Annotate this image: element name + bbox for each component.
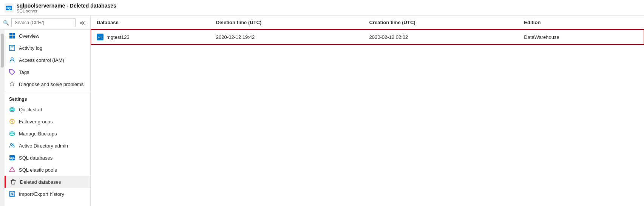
sidebar-item-manage-backups[interactable]: Manage Backups (5, 128, 90, 140)
active-directory-icon (9, 143, 15, 149)
sidebar-scrollbar[interactable] (0, 30, 5, 206)
activity-log-icon (9, 45, 15, 51)
sidebar-item-access-control-label: Access control (IAM) (19, 57, 64, 63)
sidebar-nav: Overview Activity log Access control (IA… (5, 30, 90, 206)
import-export-icon: ⇅ (9, 191, 15, 197)
sidebar-item-tags[interactable]: Tags (5, 66, 90, 78)
sidebar-item-activity-log-label: Activity log (19, 45, 42, 51)
svg-point-19 (11, 144, 12, 146)
sidebar-item-deleted-databases[interactable]: Deleted databases (5, 176, 90, 188)
sidebar-item-overview[interactable]: Overview (5, 30, 90, 42)
svg-point-12 (11, 71, 11, 71)
column-header-edition: Edition (518, 16, 644, 29)
cell-edition: DataWarehouse (518, 29, 644, 45)
sidebar-item-import-export-label: Import/Export history (19, 191, 64, 197)
cell-creation-time: 2020-02-12 02:02 (363, 29, 518, 45)
sidebar-item-sql-databases-label: SQL databases (19, 155, 53, 161)
search-bar: 🔍 ≪ (0, 16, 90, 30)
manage-backups-icon (9, 131, 15, 137)
sidebar-item-quick-start-label: Quick start (19, 107, 42, 112)
page-title: sqlpoolservername - Deleted databases (17, 3, 116, 9)
svg-point-11 (11, 58, 13, 60)
sidebar-item-diagnose[interactable]: Diagnose and solve problems (5, 78, 90, 90)
app-icon: SQL (5, 3, 14, 12)
table-row[interactable]: sql mgtest123 2020-02-12 19:42 2020-02-1… (91, 29, 644, 45)
svg-rect-5 (9, 36, 12, 38)
access-control-icon (9, 57, 15, 63)
cell-database: sql mgtest123 (91, 29, 210, 45)
sidebar-item-tags-label: Tags (19, 69, 29, 75)
sql-elastic-pools-icon (9, 167, 15, 173)
sidebar-item-manage-backups-label: Manage Backups (19, 131, 57, 137)
column-header-deletion-time: Deletion time (UTC) (210, 16, 363, 29)
sidebar: 🔍 ≪ Overview (0, 16, 91, 206)
sidebar-item-import-export[interactable]: ⇅ Import/Export history (5, 188, 90, 200)
column-header-database: Database (91, 16, 210, 29)
column-header-creation-time: Creation time (UTC) (363, 16, 518, 29)
sidebar-item-sql-elastic-pools-label: SQL elastic pools (19, 167, 57, 173)
sidebar-item-active-directory-label: Active Directory admin (19, 143, 68, 149)
diagnose-icon (9, 81, 15, 87)
collapse-sidebar-button[interactable]: ≪ (78, 18, 87, 27)
search-icon: 🔍 (3, 20, 9, 26)
cell-deletion-time: 2020-02-12 19:42 (210, 29, 363, 45)
quick-start-icon (9, 106, 15, 112)
database-cell: sql mgtest123 (97, 34, 204, 40)
sidebar-item-deleted-databases-label: Deleted databases (20, 179, 61, 185)
sidebar-item-sql-elastic-pools[interactable]: SQL elastic pools (5, 164, 90, 176)
main-layout: 🔍 ≪ Overview (0, 16, 644, 206)
svg-marker-23 (9, 167, 15, 171)
sidebar-item-activity-log[interactable]: Activity log (5, 42, 90, 54)
overview-icon (9, 33, 15, 39)
content-area: Database Deletion time (UTC) Creation ti… (91, 16, 644, 206)
title-text: sqlpoolservername - Deleted databases SQ… (17, 3, 116, 13)
sidebar-item-failover-label: Failover groups (19, 119, 53, 125)
sidebar-item-quick-start[interactable]: Quick start (5, 103, 90, 115)
database-name: mgtest123 (107, 34, 130, 40)
sql-databases-icon: SQL (9, 155, 15, 161)
svg-text:SQL: SQL (9, 157, 15, 160)
svg-rect-3 (9, 33, 12, 35)
svg-text:⇅: ⇅ (11, 192, 14, 196)
sidebar-item-access-control[interactable]: Access control (IAM) (5, 54, 90, 66)
svg-rect-4 (12, 33, 15, 35)
settings-section-header: Settings (5, 92, 90, 103)
svg-rect-6 (12, 36, 15, 38)
tags-icon (9, 69, 15, 75)
database-icon: sql (97, 34, 103, 40)
sidebar-item-sql-databases[interactable]: SQL SQL databases (5, 152, 90, 164)
svg-text:SQL: SQL (6, 7, 12, 10)
title-bar: SQL sqlpoolservername - Deleted database… (0, 0, 644, 16)
sidebar-item-active-directory[interactable]: Active Directory admin (5, 140, 90, 152)
deleted-databases-icon (10, 179, 16, 185)
sidebar-item-overview-label: Overview (19, 33, 39, 39)
page-subtitle: SQL server (17, 9, 116, 13)
table-header-row: Database Deletion time (UTC) Creation ti… (91, 16, 644, 29)
failover-icon (9, 118, 15, 125)
svg-point-20 (12, 144, 14, 145)
search-input[interactable] (11, 18, 76, 27)
sidebar-item-diagnose-label: Diagnose and solve problems (19, 81, 83, 87)
deleted-databases-table: Database Deletion time (UTC) Creation ti… (91, 16, 644, 45)
sidebar-item-failover-groups[interactable]: Failover groups (5, 115, 90, 128)
